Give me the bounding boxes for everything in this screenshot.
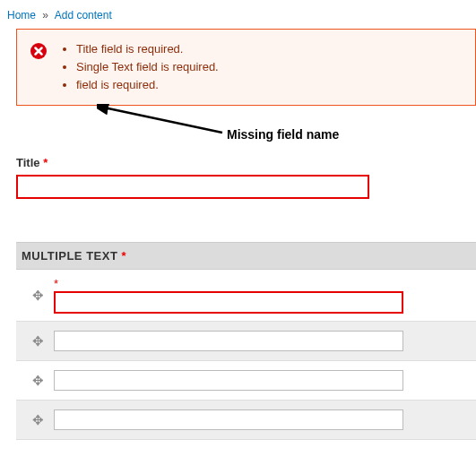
breadcrumb-separator: » bbox=[42, 9, 48, 22]
breadcrumb-home[interactable]: Home bbox=[7, 9, 36, 22]
row-body bbox=[54, 331, 471, 351]
multiple-text-input[interactable] bbox=[54, 370, 403, 391]
breadcrumb-add-content[interactable]: Add content bbox=[55, 9, 112, 22]
multiple-text-row: ✥ bbox=[16, 361, 476, 401]
row-body bbox=[54, 370, 471, 391]
multiple-text-input[interactable] bbox=[54, 331, 403, 351]
error-message-box: Title field is required. Single Text fie… bbox=[16, 29, 476, 106]
row-body bbox=[54, 409, 471, 430]
drag-handle-icon[interactable]: ✥ bbox=[22, 373, 54, 389]
multiple-text-row: ✥ bbox=[16, 322, 476, 361]
title-label-text: Title bbox=[16, 156, 40, 169]
multiple-text-section: MULTIPLE TEXT * ✥ * ✥ ✥ ✥ bbox=[16, 242, 476, 440]
error-message-item: Title field is required. bbox=[76, 40, 219, 58]
multiple-text-input[interactable] bbox=[54, 291, 403, 314]
multiple-text-row: ✥ * bbox=[16, 270, 476, 322]
multiple-text-input[interactable] bbox=[54, 409, 403, 430]
error-icon bbox=[30, 42, 48, 63]
required-mark: * bbox=[43, 156, 48, 169]
required-mark: * bbox=[54, 277, 471, 288]
title-field-block: Title * bbox=[16, 156, 476, 199]
multiple-text-header: MULTIPLE TEXT * bbox=[16, 243, 476, 270]
drag-handle-icon[interactable]: ✥ bbox=[22, 288, 54, 304]
drag-handle-icon[interactable]: ✥ bbox=[22, 333, 54, 349]
error-message-list: Title field is required. Single Text fie… bbox=[76, 40, 219, 94]
title-input[interactable] bbox=[16, 175, 369, 199]
annotation-text: Missing field name bbox=[227, 127, 339, 142]
multiple-text-row: ✥ bbox=[16, 401, 476, 440]
breadcrumb: Home » Add content bbox=[0, 0, 476, 29]
drag-handle-icon[interactable]: ✥ bbox=[22, 412, 54, 428]
annotation-arrow-icon bbox=[97, 104, 231, 143]
error-message-item: field is required. bbox=[76, 76, 219, 94]
multiple-text-header-text: MULTIPLE TEXT bbox=[22, 249, 117, 263]
required-mark: * bbox=[122, 249, 127, 263]
row-body: * bbox=[54, 277, 471, 314]
svg-line-1 bbox=[104, 108, 222, 133]
annotation-overlay: Missing field name bbox=[16, 111, 476, 143]
title-label: Title * bbox=[16, 156, 48, 169]
error-message-item: Single Text field is required. bbox=[76, 58, 219, 76]
